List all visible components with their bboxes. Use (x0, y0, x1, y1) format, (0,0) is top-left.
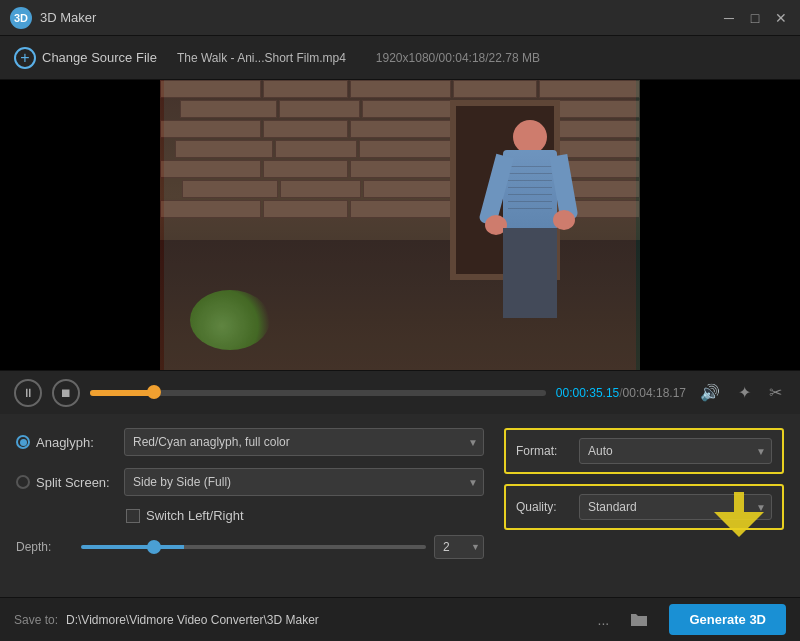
depth-value-select[interactable]: 2 (434, 535, 484, 559)
depth-slider-container: 2 ▼ (81, 535, 484, 559)
split-screen-radio-circle (16, 475, 30, 489)
maximize-button[interactable]: □ (746, 9, 764, 27)
stop-button[interactable]: ⏹ (52, 379, 80, 407)
format-select[interactable]: Auto (579, 438, 772, 464)
pause-button[interactable]: ⏸ (14, 379, 42, 407)
split-screen-select[interactable]: Side by Side (Full) (124, 468, 484, 496)
switch-lr-checkbox[interactable] (126, 509, 140, 523)
time-display: 00:00:35.15/00:04:18.17 (556, 386, 686, 400)
cut-button[interactable]: ✂ (765, 381, 786, 404)
total-time: 00:04:18.17 (623, 386, 686, 400)
open-folder-button[interactable] (625, 606, 653, 634)
playback-bar: ⏸ ⏹ 00:00:35.15/00:04:18.17 🔊 ✦ ✂ (0, 370, 800, 414)
app-container: 3D 3D Maker ─ □ ✕ + Change Source File T… (0, 0, 800, 641)
depth-slider[interactable] (81, 545, 426, 549)
change-source-label: Change Source File (42, 50, 157, 65)
split-screen-select-wrapper: Side by Side (Full) ▼ (124, 468, 484, 496)
depth-label: Depth: (16, 540, 71, 554)
format-select-wrapper: Auto ▼ (579, 438, 772, 464)
bottom-bar: Save to: D:\Vidmore\Vidmore Video Conver… (0, 597, 800, 641)
format-label: Format: (516, 444, 571, 458)
plant (190, 290, 270, 350)
anaglyph-select[interactable]: Red/Cyan anaglyph, full color (124, 428, 484, 456)
depth-value-wrapper: 2 ▼ (434, 535, 484, 559)
format-box: Format: Auto ▼ (504, 428, 784, 474)
right-settings: Format: Auto ▼ Quality: Standard (504, 428, 784, 597)
toolbar: + Change Source File The Walk - Ani...Sh… (0, 36, 800, 80)
folder-icon (630, 612, 648, 628)
settings-panel: Anaglyph: Red/Cyan anaglyph, full color … (0, 414, 800, 597)
split-screen-label: Split Screen: (36, 475, 110, 490)
window-controls: ─ □ ✕ (720, 9, 790, 27)
more-options-button[interactable]: ... (589, 606, 617, 634)
anaglyph-select-wrapper: Red/Cyan anaglyph, full color ▼ (124, 428, 484, 456)
anaglyph-radio-circle (16, 435, 30, 449)
switch-lr-label: Switch Left/Right (146, 508, 244, 523)
split-screen-row: Split Screen: Side by Side (Full) ▼ (16, 468, 484, 496)
video-preview (0, 80, 800, 370)
file-meta: 1920x1080/00:04:18/22.78 MB (376, 51, 540, 65)
app-icon: 3D (10, 7, 32, 29)
minimize-button[interactable]: ─ (720, 9, 738, 27)
close-button[interactable]: ✕ (772, 9, 790, 27)
quality-label: Quality: (516, 500, 571, 514)
title-bar: 3D 3D Maker ─ □ ✕ (0, 0, 800, 36)
anaglyph-label: Anaglyph: (36, 435, 94, 450)
file-name: The Walk - Ani...Short Film.mp4 (177, 51, 346, 65)
format-row: Format: Auto ▼ (516, 438, 772, 464)
current-time: 00:00:35.15 (556, 386, 619, 400)
star-button[interactable]: ✦ (734, 381, 755, 404)
video-area (0, 80, 800, 370)
depth-row: Depth: 2 ▼ (16, 535, 484, 559)
anaglyph-radio[interactable]: Anaglyph: (16, 435, 116, 450)
progress-fill (90, 390, 154, 396)
character (485, 120, 575, 320)
volume-button[interactable]: 🔊 (696, 381, 724, 404)
left-settings: Anaglyph: Red/Cyan anaglyph, full color … (16, 428, 484, 597)
svg-marker-0 (714, 492, 764, 537)
progress-handle[interactable] (147, 385, 161, 399)
split-screen-radio[interactable]: Split Screen: (16, 475, 116, 490)
generate-3d-button[interactable]: Generate 3D (669, 604, 786, 635)
change-source-button[interactable]: + Change Source File (14, 47, 157, 69)
save-path: D:\Vidmore\Vidmore Video Converter\3D Ma… (66, 613, 581, 627)
scene (160, 80, 640, 370)
save-to-label: Save to: (14, 613, 58, 627)
app-title: 3D Maker (40, 10, 720, 25)
anaglyph-row: Anaglyph: Red/Cyan anaglyph, full color … (16, 428, 484, 456)
progress-bar[interactable] (90, 390, 546, 396)
arrow-down-right-icon (704, 482, 774, 542)
add-icon: + (14, 47, 36, 69)
switch-lr-row: Switch Left/Right (126, 508, 484, 523)
